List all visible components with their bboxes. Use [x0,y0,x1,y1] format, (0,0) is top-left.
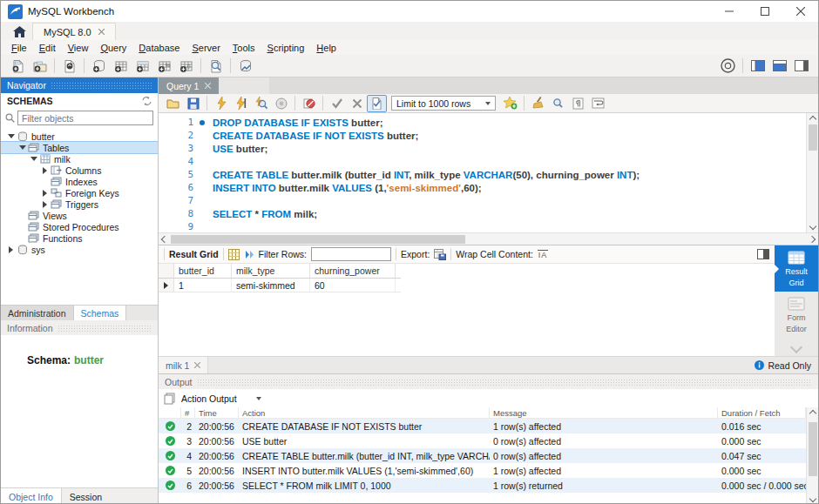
tree-item-views[interactable]: Views [1,210,158,221]
code-line-4[interactable]: 4 [159,155,806,168]
search-table-data-icon[interactable] [205,57,227,76]
sql-editor[interactable]: 1DROP DATABASE IF EXISTS butter;2CREATE … [159,113,818,232]
tab-query-1[interactable]: Query 1 [159,77,219,94]
side-tab-result-grid[interactable]: ResultGrid [775,245,818,292]
wrap-cell-content-icon[interactable]: IA [538,250,549,259]
tree-item-foreign-keys[interactable]: Foreign Keys [1,187,158,198]
output-row-3[interactable]: 320:00:56USE butter0 row(s) affected0.00… [159,433,806,448]
maximize-button[interactable] [747,1,782,22]
menu-edit[interactable]: Edit [33,42,62,54]
find-icon[interactable] [548,95,568,112]
grid-cell[interactable]: semi-skimmed [232,279,310,292]
toggle-word-wrap-icon[interactable] [588,95,608,112]
expand-icon[interactable] [40,190,50,197]
action-output-dropdown[interactable]: Action Output [181,393,261,404]
export-icon[interactable] [434,249,446,260]
inspector-icon[interactable] [58,57,80,76]
sidebar-tab-object-info[interactable]: Object Info [1,488,62,504]
toggle-bottom-panel-icon[interactable] [768,57,790,76]
open-sql-script-icon[interactable] [29,57,51,76]
menu-tools[interactable]: Tools [227,42,261,54]
sidebar-tab-session[interactable]: Session [62,488,110,504]
menu-server[interactable]: Server [186,42,226,54]
row-selector[interactable] [159,279,174,292]
execute-current-statement-icon[interactable] [231,95,251,112]
create-schema-icon[interactable] [88,57,110,76]
grid-view-icon[interactable] [228,249,240,260]
minimize-button[interactable] [711,1,747,22]
collapse-icon[interactable] [6,134,16,138]
tab-milk-1[interactable]: milk 1 [159,357,208,373]
account-icon[interactable] [717,57,739,76]
code-line-9[interactable]: 9 [159,220,806,232]
side-tab-form-editor[interactable]: FormEditor [775,292,818,338]
tree-item-indexes[interactable]: Indexes [1,176,158,187]
refresh-schemas-icon[interactable] [142,97,152,105]
close-tab-icon[interactable] [98,29,105,35]
menu-database[interactable]: Database [132,42,186,54]
editor-vertical-scrollbar[interactable] [806,113,818,232]
close-tab-icon[interactable] [194,362,200,368]
toggle-left-panel-icon[interactable] [747,57,768,76]
grid-cell[interactable]: 1 [174,279,232,292]
tree-item-columns[interactable]: Columns [1,165,158,176]
scrollbar-thumb[interactable] [809,124,817,151]
column-header-milk_type[interactable]: milk_type [232,264,310,278]
create-view-icon[interactable] [132,57,153,76]
create-table-icon[interactable] [110,57,132,76]
code-line-2[interactable]: 2CREATE DATABASE IF NOT EXISTS butter; [159,129,806,142]
expand-icon[interactable] [40,167,50,174]
close-tab-icon[interactable] [205,83,211,89]
output-vertical-scrollbar[interactable] [806,407,818,504]
scroll-down-icon[interactable] [809,495,816,502]
code-line-7[interactable]: 7 [159,194,806,207]
column-header-butter_id[interactable]: butter_id [174,264,232,278]
menu-query[interactable]: Query [94,42,132,54]
chevron-down-icon[interactable] [790,341,802,353]
toggle-stop-on-error-icon[interactable] [299,95,319,112]
scroll-right-icon[interactable] [809,235,816,242]
code-line-8[interactable]: 8SELECT * FROM milk; [159,207,806,220]
output-row-2[interactable]: 220:00:56CREATE DATABASE IF NOT EXISTS b… [159,419,806,433]
collapse-icon[interactable] [29,157,38,161]
output-row-6[interactable]: 620:00:56SELECT * FROM milk LIMIT 0, 100… [159,478,806,493]
commit-icon[interactable] [327,95,347,112]
save-script-icon[interactable] [183,95,203,112]
toggle-preview-panel-icon[interactable] [757,249,769,259]
scroll-up-icon[interactable] [809,410,816,417]
show-invisibles-icon[interactable] [568,95,588,112]
new-query-tab-icon[interactable] [7,57,29,76]
explain-icon[interactable] [251,95,271,112]
scrollbar-thumb[interactable] [171,235,465,244]
tree-item-milk[interactable]: milk [1,153,158,165]
tab-mysql-80[interactable]: MySQL 8.0 [32,23,116,40]
open-script-icon[interactable] [163,95,183,112]
code-line-1[interactable]: 1DROP DATABASE IF EXISTS butter; [159,116,806,129]
close-button[interactable] [782,1,818,22]
stop-icon[interactable] [271,95,291,112]
expand-icon[interactable] [6,246,16,253]
execute-icon[interactable] [211,95,231,112]
grid-cell[interactable]: 60 [310,279,396,292]
filter-objects-input[interactable] [17,111,153,125]
menu-help[interactable]: Help [310,42,342,54]
tree-item-functions[interactable]: Functions [1,232,158,244]
scroll-up-icon[interactable] [809,116,816,123]
home-tab-button[interactable] [6,23,32,40]
output-row-5[interactable]: 520:00:56INSERT INTO butter.milk VALUES … [159,463,806,478]
output-column-message[interactable]: Message [490,407,718,418]
editor-horizontal-scrollbar[interactable] [159,232,818,245]
menu-file[interactable]: File [5,42,33,54]
database-connection-icon[interactable] [234,57,256,76]
menu-scripting[interactable]: Scripting [261,42,311,54]
code-line-3[interactable]: 3USE butter; [159,142,806,155]
toggle-right-panel-icon[interactable] [790,57,812,76]
code-line-5[interactable]: 5CREATE TABLE butter.milk (butter_id INT… [159,168,806,181]
refresh-icon[interactable] [244,250,254,259]
save-snippet-icon[interactable] [500,95,520,112]
tree-item-sys[interactable]: sys [1,244,158,255]
sidebar-tab-administration[interactable]: Administration [1,306,74,320]
scrollbar-thumb[interactable] [809,422,817,476]
tree-item-stored-procedures[interactable]: Stored Procedures [1,221,158,232]
tree-item-tables[interactable]: Tables [1,142,158,153]
